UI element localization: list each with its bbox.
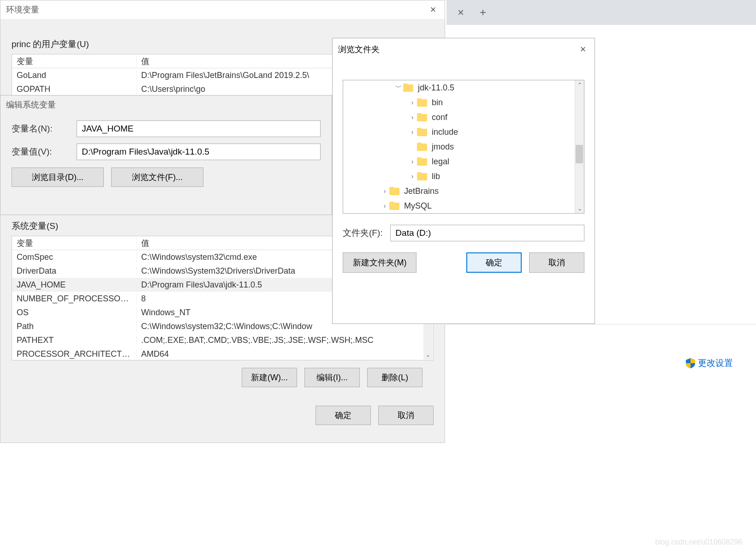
tree-item-label: bin	[432, 98, 443, 108]
cell-name: PATHEXT	[12, 335, 137, 345]
scroll-thumb[interactable]	[576, 145, 583, 163]
table-row[interactable]: PATHEXT.COM;.EXE;.BAT;.CMD;.VBS;.VBE;.JS…	[12, 333, 433, 347]
folder-field-input[interactable]	[390, 225, 584, 241]
ok-button[interactable]: 确定	[315, 406, 371, 425]
folder-icon	[389, 187, 399, 195]
edit-sys-var-window: 编辑系统变量 变量名(N): 变量值(V): 浏览目录(D)... 浏览文件(F…	[0, 95, 332, 215]
scrollbar[interactable]: ⌃ ⌄	[575, 80, 584, 213]
tree-item[interactable]: ›legal	[343, 154, 584, 169]
delete-button[interactable]: 删除(L)	[367, 368, 423, 387]
folder-icon	[417, 128, 427, 136]
close-icon[interactable]: ×	[571, 40, 595, 59]
expand-icon[interactable]: ›	[380, 202, 389, 210]
expand-icon[interactable]: ﹀	[394, 84, 403, 92]
tree-item-label: MySQL	[404, 201, 432, 211]
col-name[interactable]: 变量	[12, 56, 137, 67]
cell-name: NUMBER_OF_PROCESSORS	[12, 294, 137, 304]
edit-button[interactable]: 编辑(I)...	[304, 368, 360, 387]
folder-icon	[403, 84, 413, 92]
var-value-label: 变量值(V):	[12, 146, 69, 158]
expand-icon[interactable]: ›	[408, 173, 417, 180]
cell-value: AMD64	[137, 349, 433, 359]
cell-name: ComSpec	[12, 252, 137, 262]
cancel-button[interactable]: 取消	[378, 406, 434, 425]
browse-folder-window: 浏览文件夹 × ﹀jdk-11.0.5›bin›conf›includejmod…	[332, 38, 595, 324]
shield-icon	[686, 358, 695, 368]
scroll-down-icon[interactable]: ⌄	[423, 350, 433, 359]
tree-item[interactable]: ﹀jdk-11.0.5	[343, 80, 584, 95]
tree-item[interactable]: ›lib	[343, 169, 584, 184]
env-titlebar: 环境变量 ×	[0, 0, 445, 19]
tree-item-label: jmods	[432, 142, 454, 152]
cell-name: PROCESSOR_ARCHITECTU...	[12, 349, 137, 359]
tree-item[interactable]: jmods	[343, 139, 584, 154]
cell-name: GoLand	[12, 71, 137, 80]
change-settings-label: 更改设置	[698, 357, 733, 369]
folder-field-label: 文件夹(F):	[343, 227, 383, 239]
new-button[interactable]: 新建(W)...	[242, 368, 297, 387]
browse-file-button[interactable]: 浏览文件(F)...	[111, 168, 203, 187]
scroll-up-icon[interactable]: ⌃	[575, 80, 584, 90]
folder-icon	[417, 143, 427, 151]
expand-icon[interactable]: ›	[380, 187, 389, 195]
tree-item-label: legal	[432, 157, 449, 167]
cell-name: JAVA_HOME	[12, 280, 137, 290]
tab-new-icon[interactable]: +	[476, 6, 490, 19]
folder-tree[interactable]: ﹀jdk-11.0.5›bin›conf›includejmods›legal›…	[343, 80, 584, 214]
ok-button[interactable]: 确定	[466, 252, 522, 273]
var-value-input[interactable]	[77, 144, 321, 160]
change-settings-link[interactable]: 更改设置	[686, 357, 733, 369]
cell-name: DriverData	[12, 266, 137, 276]
cancel-button[interactable]: 取消	[529, 252, 584, 273]
cell-name: Path	[12, 322, 137, 331]
browser-tabbar: × +	[446, 0, 756, 25]
tree-item[interactable]: ›bin	[343, 95, 584, 110]
cell-name: GOPATH	[12, 84, 137, 94]
browse-titlebar: 浏览文件夹 ×	[333, 38, 595, 60]
scroll-down-icon[interactable]: ⌄	[575, 204, 584, 213]
tree-item[interactable]: ›MySQL	[343, 198, 584, 213]
edit-title: 编辑系统变量	[6, 99, 56, 110]
table-row[interactable]: PROCESSOR_ARCHITECTU...AMD64	[12, 347, 433, 361]
tree-item[interactable]: ›conf	[343, 110, 584, 125]
edit-titlebar: 编辑系统变量	[0, 96, 332, 114]
tree-item-label: lib	[432, 172, 440, 181]
browse-title: 浏览文件夹	[338, 44, 380, 55]
expand-icon[interactable]: ›	[408, 158, 417, 165]
cell-value: .COM;.EXE;.BAT;.CMD;.VBS;.VBE;.JS;.JSE;.…	[137, 335, 433, 345]
tree-item[interactable]: ›include	[343, 125, 584, 139]
browse-dir-button[interactable]: 浏览目录(D)...	[12, 168, 104, 187]
tree-item-label: include	[432, 127, 458, 137]
new-folder-button[interactable]: 新建文件夹(M)	[343, 252, 417, 273]
watermark: blog.csdn.net/u010608296	[655, 538, 742, 546]
folder-icon	[417, 157, 427, 166]
folder-icon	[417, 98, 427, 107]
expand-icon[interactable]: ›	[408, 99, 417, 106]
folder-icon	[389, 202, 399, 210]
var-name-input[interactable]	[77, 120, 321, 137]
col-name[interactable]: 变量	[12, 238, 137, 249]
tree-item-label: JetBrains	[404, 186, 439, 196]
tree-item-label: jdk-11.0.5	[418, 83, 454, 93]
folder-icon	[417, 172, 427, 180]
tree-item[interactable]: ›JetBrains	[343, 184, 584, 198]
close-icon[interactable]: ×	[422, 0, 445, 19]
cell-name: OS	[12, 308, 137, 317]
tree-item-label: conf	[432, 113, 447, 122]
folder-icon	[417, 113, 427, 121]
env-title: 环境变量	[6, 4, 39, 15]
expand-icon[interactable]: ›	[408, 114, 417, 121]
expand-icon[interactable]: ›	[408, 128, 417, 136]
tab-close-icon[interactable]: ×	[454, 6, 468, 19]
var-name-label: 变量名(N):	[12, 123, 69, 135]
